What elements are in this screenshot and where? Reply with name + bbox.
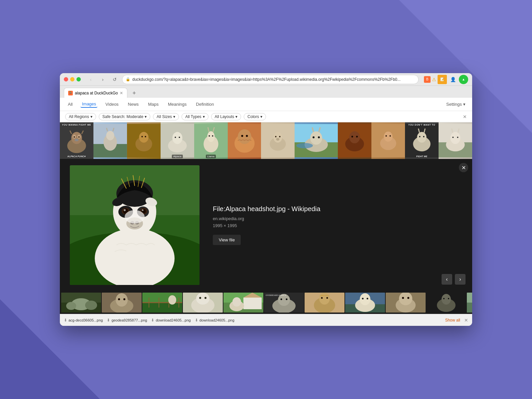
svg-point-149 — [360, 293, 370, 305]
svg-point-63 — [386, 135, 387, 137]
strip-thumb-11[interactable] — [467, 293, 472, 313]
minimize-traffic-light[interactable] — [70, 77, 74, 81]
svg-point-54 — [296, 143, 313, 148]
detail-title: File:Alpaca headshot.jpg - Wikipedia — [213, 205, 459, 213]
filter-safesearch[interactable]: Safe Search: Moderate ▾ — [99, 113, 150, 120]
strip-thumb-1[interactable] — [61, 293, 101, 313]
filter-types[interactable]: All Types ▾ — [182, 113, 208, 120]
svg-point-19 — [141, 136, 143, 137]
meme1-bottom-text: ALPACA PUNCH — [60, 155, 93, 158]
nav-news[interactable]: News — [127, 101, 140, 107]
address-bar[interactable]: 🔒 duckduckgo.com/?q=alapaca&t=brave&iax=… — [122, 75, 419, 84]
view-file-button[interactable]: View file — [213, 235, 241, 245]
nav-videos[interactable]: Videos — [104, 101, 120, 107]
nav-meanings[interactable]: Meanings — [167, 101, 188, 107]
svg-point-144 — [321, 297, 323, 299]
nav-all[interactable]: All — [66, 101, 74, 107]
filter-regions[interactable]: All Regions ▾ — [65, 113, 96, 120]
filter-close-button[interactable]: ✕ — [463, 114, 467, 119]
notes-button[interactable]: 📝 — [438, 75, 447, 84]
grid-thumb-12[interactable] — [439, 122, 472, 159]
grid-thumb-10[interactable] — [371, 122, 405, 159]
forward-button[interactable]: › — [98, 75, 107, 84]
svg-point-145 — [327, 297, 328, 299]
grid-thumb-6[interactable] — [228, 122, 261, 159]
filter-colors-arrow: ▾ — [260, 114, 262, 119]
warning-icon: ⚠ — [432, 77, 436, 82]
download-item-1: ⬇ acg-decd36605...png — [64, 318, 103, 323]
back-button[interactable]: ‹ — [86, 75, 95, 84]
svg-point-39 — [246, 135, 248, 137]
alpaca-label: Alpaca — [172, 155, 183, 158]
nav-definition[interactable]: Definition — [195, 101, 215, 107]
detail-close-button[interactable]: ✕ — [459, 163, 468, 172]
grid-thumb-5[interactable]: Llama — [194, 122, 228, 159]
maximize-traffic-light[interactable] — [76, 77, 81, 81]
account-button[interactable]: 👤 — [448, 75, 458, 84]
new-tab-button[interactable]: + — [129, 88, 139, 98]
grid-thumb-1[interactable]: YOU WANNA FIGHT ME ALPACA PUNCH — [60, 122, 93, 159]
filter-regions-label: All Regions — [69, 114, 89, 119]
svg-point-76 — [452, 137, 454, 138]
svg-point-143 — [319, 293, 330, 305]
image-detail-panel: ✕ — [60, 159, 472, 291]
svg-point-160 — [443, 298, 445, 299]
image-grid: YOU WANNA FIGHT ME ALPACA PUNCH — [60, 122, 472, 159]
llama-label: Llama — [206, 155, 216, 158]
filter-sizes[interactable]: All Sizes ▾ — [153, 113, 179, 120]
strip-thumb-6[interactable]: OVERHEARD ALPACA — [264, 293, 304, 313]
strip-thumb-2[interactable] — [102, 293, 142, 313]
detail-prev-button[interactable]: ‹ — [442, 274, 452, 285]
settings-dropdown[interactable]: Settings ▾ — [446, 102, 466, 107]
detail-next-button[interactable]: › — [455, 274, 466, 285]
tab-close-icon[interactable]: ✕ — [120, 91, 123, 95]
active-tab[interactable]: 🦆 alapaca at DuckDuckGo ✕ — [64, 88, 127, 98]
grid-thumb-2[interactable] — [93, 122, 127, 159]
svg-point-68 — [419, 136, 421, 137]
download-item-3: ⬇ download24605...png — [151, 318, 191, 323]
brave-icon: B — [424, 76, 431, 83]
brave-rewards-button[interactable]: ▲ — [459, 75, 468, 84]
nav-images[interactable]: Images — [80, 101, 97, 108]
strip-thumb-5[interactable] — [223, 293, 263, 313]
strip-thumb-9[interactable] — [386, 293, 426, 313]
svg-point-13 — [106, 131, 114, 140]
svg-point-100 — [125, 210, 145, 223]
svg-point-38 — [241, 135, 243, 137]
refresh-button[interactable]: ↺ — [110, 75, 119, 84]
svg-point-96 — [142, 209, 144, 211]
strip-thumb-7[interactable] — [305, 293, 344, 313]
strip-thumb-4[interactable] — [183, 293, 223, 313]
detail-info: File:Alpaca headshot.jpg - Wikipedia en.… — [200, 159, 472, 291]
grid-thumb-7[interactable] — [261, 122, 295, 159]
grid-thumb-8[interactable] — [295, 122, 338, 159]
grid-thumb-4[interactable]: Alpaca — [161, 122, 194, 159]
close-traffic-light[interactable] — [64, 77, 68, 81]
filter-layouts[interactable]: All Layouts ▾ — [211, 113, 241, 120]
meme2-bottom-text: fight me — [405, 155, 439, 158]
svg-point-49 — [310, 131, 322, 145]
strip-thumb-10[interactable] — [426, 293, 466, 313]
filter-regions-arrow: ▾ — [90, 114, 92, 119]
strip-thumb-3[interactable] — [142, 293, 182, 313]
filter-safesearch-arrow: ▾ — [145, 114, 147, 119]
download-name-4: download24605...png — [200, 318, 234, 322]
download-item-4: ⬇ download24605...png — [195, 318, 234, 323]
grid-thumb-11[interactable]: You don't want to fight me — [405, 122, 439, 159]
show-all-button[interactable]: Show all — [445, 318, 460, 323]
download-bar-close-button[interactable]: ✕ — [464, 318, 468, 323]
settings-arrow-icon: ▾ — [463, 102, 466, 107]
svg-point-18 — [139, 132, 148, 143]
svg-point-127 — [199, 297, 201, 299]
svg-point-62 — [384, 132, 393, 142]
grid-thumb-3[interactable] — [127, 122, 161, 159]
grid-thumb-9[interactable] — [338, 122, 371, 159]
alpaca-main-image[interactable] — [70, 165, 200, 285]
svg-point-37 — [238, 129, 251, 144]
svg-point-34 — [212, 135, 213, 137]
filter-colors[interactable]: Colors ▾ — [244, 113, 266, 120]
nav-maps[interactable]: Maps — [147, 101, 160, 107]
svg-point-159 — [442, 294, 451, 305]
strip-thumb-8[interactable] — [345, 293, 385, 313]
download-icon-3: ⬇ — [151, 318, 154, 323]
